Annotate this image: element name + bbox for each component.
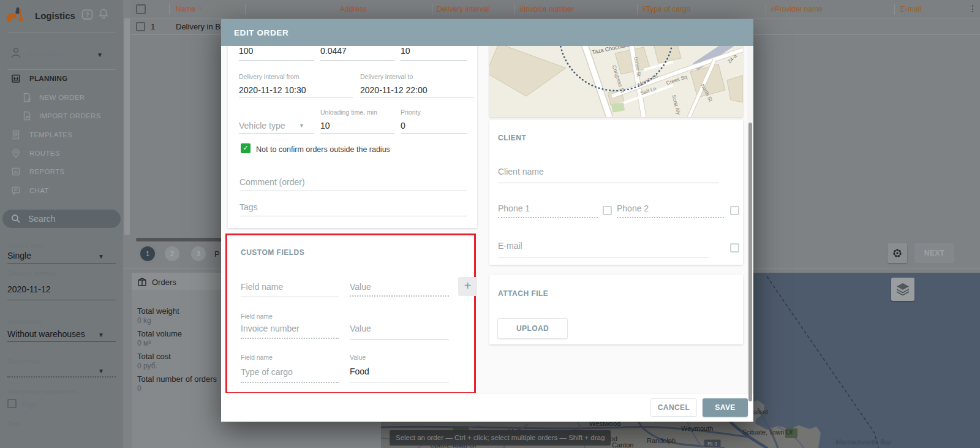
- modal-header: EDIT ORDER: [221, 19, 753, 46]
- modal-scrollbar-thumb[interactable]: [748, 123, 752, 401]
- field-underline: [239, 191, 467, 191]
- field-underline: [239, 60, 314, 61]
- phone2-checkbox[interactable]: [730, 206, 739, 215]
- field-underline: [401, 60, 467, 61]
- client-card: CLIENT Client name Phone 1 Phone 2 E-mai…: [489, 120, 743, 265]
- modal-title: EDIT ORDER: [234, 28, 288, 37]
- modal-footer: CANCEL SAVE: [221, 393, 753, 422]
- custom-field-name-input[interactable]: Field name: [241, 282, 283, 292]
- email-input[interactable]: E-mail: [498, 241, 522, 251]
- field-value-3[interactable]: 10: [401, 46, 410, 56]
- vehicle-type-chevron-down-icon[interactable]: ▼: [299, 123, 304, 129]
- delivery-to-input[interactable]: 2020-11-12 22:00: [360, 85, 428, 95]
- custom-fields-title: CUSTOM FIELDS: [241, 248, 304, 257]
- field-underline: [350, 382, 449, 382]
- modal-scrollbar-track[interactable]: [747, 46, 753, 393]
- cancel-button[interactable]: CANCEL: [650, 398, 697, 417]
- custom-field-value-input[interactable]: Value: [350, 282, 371, 292]
- unloading-time-label: Unloading time, min: [320, 108, 377, 116]
- custom-field-value-label: Value: [350, 354, 366, 361]
- vehicle-type-select[interactable]: Vehicle type: [239, 121, 285, 131]
- field-underline: [239, 133, 314, 134]
- field-underline-dotted: [241, 338, 339, 339]
- field-underline: [498, 257, 709, 257]
- email-checkbox[interactable]: [730, 243, 739, 252]
- attach-file-card: ATTACH FILE UPLOAD: [489, 275, 743, 344]
- field-underline: [350, 339, 449, 340]
- client-name-input[interactable]: Client name: [498, 167, 544, 177]
- custom-field-name-label: Field name: [241, 313, 273, 320]
- edit-order-modal: 100 0.0447 10 Delivery interval from 202…: [221, 19, 753, 422]
- order-form-card: 100 0.0447 10 Delivery interval from 202…: [228, 36, 477, 228]
- custom-fields-card-highlighted: CUSTOM FIELDS Field name Value + Field n…: [225, 233, 476, 394]
- delivery-to-label: Delivery interval to: [360, 73, 413, 80]
- field-underline-dotted: [241, 382, 339, 383]
- field-underline-dotted: [498, 217, 598, 218]
- field-value-2[interactable]: 0.0447: [320, 46, 347, 56]
- phone1-input[interactable]: Phone 1: [498, 203, 530, 213]
- field-underline: [401, 133, 467, 134]
- priority-input[interactable]: 0: [401, 121, 405, 131]
- custom-field-name-label: Field name: [241, 354, 273, 361]
- custom-field-value-input[interactable]: Food: [350, 366, 369, 376]
- field-value-1[interactable]: 100: [239, 46, 253, 56]
- order-location-map[interactable]: Taza Chocolate Bar Union St Congress St …: [489, 36, 743, 117]
- delivery-from-label: Delivery interval from: [239, 73, 300, 80]
- field-underline: [360, 97, 474, 97]
- field-underline: [241, 297, 339, 297]
- delivery-from-input[interactable]: 2020-11-12 10:30: [239, 85, 306, 95]
- unloading-time-input[interactable]: 10: [320, 121, 330, 131]
- custom-field-value-input[interactable]: Value: [350, 324, 371, 333]
- field-underline: [320, 133, 394, 134]
- priority-label: Priority: [401, 108, 421, 116]
- save-button[interactable]: SAVE: [703, 398, 748, 417]
- field-underline: [239, 97, 353, 97]
- field-underline-dotted: [350, 295, 449, 297]
- phone2-input[interactable]: Phone 2: [617, 203, 649, 213]
- custom-field-name-readonly: Type of cargo: [241, 367, 293, 377]
- phone1-checkbox[interactable]: [603, 206, 612, 215]
- add-custom-field-button[interactable]: +: [458, 277, 477, 296]
- upload-button[interactable]: UPLOAD: [497, 318, 568, 339]
- client-title: CLIENT: [498, 134, 526, 142]
- check-icon: ✓: [243, 144, 248, 151]
- field-underline: [239, 216, 467, 216]
- field-underline: [320, 60, 394, 61]
- field-underline: [498, 183, 719, 183]
- app-window: Logistics ? GMT +03:00 ▼ PLANNING NEW OR…: [0, 0, 980, 448]
- radius-checkbox-checked[interactable]: ✓: [241, 143, 251, 153]
- tags-input[interactable]: Tags: [239, 202, 258, 212]
- comment-input[interactable]: Comment (order): [239, 177, 305, 187]
- custom-field-name-readonly: Invoice number: [241, 324, 300, 333]
- attach-file-title: ATTACH FILE: [498, 289, 548, 298]
- field-underline-dotted: [617, 217, 724, 218]
- radius-checkbox-label: Not to confirm orders outside the radius: [256, 145, 390, 154]
